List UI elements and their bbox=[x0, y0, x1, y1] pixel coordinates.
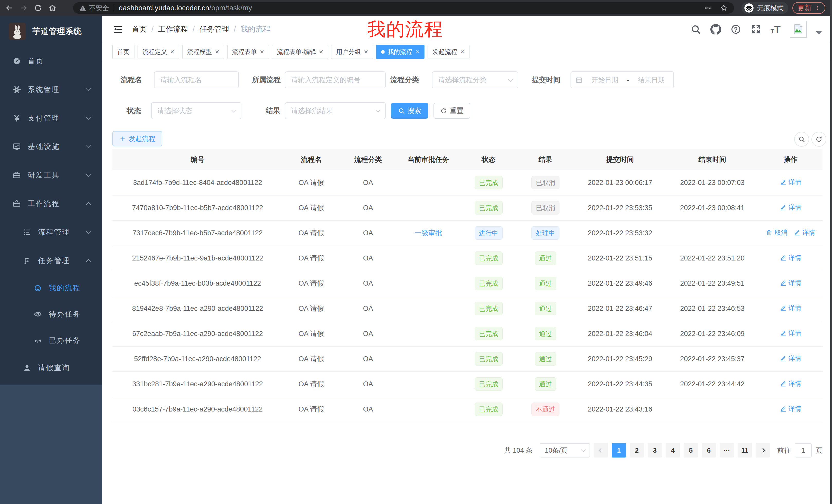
tab-process-model[interactable]: 流程模型× bbox=[182, 45, 224, 59]
cell-result: 处理中 bbox=[517, 220, 574, 246]
chevron-down-icon bbox=[86, 229, 91, 234]
row-action-detail[interactable]: 详情 bbox=[794, 228, 815, 237]
page-button-6[interactable]: 6 bbox=[702, 443, 716, 457]
breadcrumb-item-workflow[interactable]: 工作流程 bbox=[158, 24, 188, 34]
active-tab-dot bbox=[381, 50, 385, 54]
row-action-detail[interactable]: 详情 bbox=[780, 254, 801, 262]
row-action-detail[interactable]: 详情 bbox=[780, 354, 801, 363]
end-date-placeholder[interactable]: 结束日期 bbox=[633, 76, 670, 85]
page-button-2[interactable]: 2 bbox=[630, 443, 644, 457]
browser-forward-icon[interactable] bbox=[19, 3, 29, 13]
parent-process-input[interactable] bbox=[285, 72, 386, 88]
close-icon[interactable]: × bbox=[319, 48, 323, 55]
navbar-actions: TT bbox=[690, 16, 822, 43]
tab-process-form[interactable]: 流程表单× bbox=[227, 45, 269, 59]
avatar[interactable] bbox=[790, 21, 807, 38]
browser-menu-dots-icon[interactable] bbox=[814, 5, 820, 11]
status-badge: 已完成 bbox=[475, 302, 503, 315]
toggle-search-button[interactable] bbox=[794, 132, 809, 147]
sidebar-item-todo-task[interactable]: 待办任务 bbox=[0, 301, 102, 327]
start-process-button[interactable]: 发起流程 bbox=[112, 131, 162, 146]
row-action-detail[interactable]: 详情 bbox=[780, 203, 801, 212]
collapse-sidebar-icon[interactable] bbox=[112, 24, 124, 35]
close-icon[interactable]: × bbox=[460, 48, 464, 55]
refresh-table-button[interactable] bbox=[811, 132, 826, 147]
sidebar-item-process-management[interactable]: 流程管理 bbox=[0, 218, 102, 246]
status-badge: 已完成 bbox=[475, 377, 503, 391]
row-action-detail[interactable]: 详情 bbox=[780, 404, 801, 413]
tab-process-definition[interactable]: 流程定义× bbox=[137, 45, 179, 59]
page-prev-button[interactable] bbox=[594, 443, 608, 457]
page-button-3[interactable]: 3 bbox=[648, 443, 662, 457]
page-button-11[interactable]: 11 bbox=[738, 443, 752, 457]
sidebar-item-infrastructure[interactable]: 基础设施 bbox=[0, 132, 102, 161]
reset-button[interactable]: 重置 bbox=[434, 103, 470, 119]
total-count: 共 104 条 bbox=[504, 446, 532, 455]
tab-process-form-edit[interactable]: 流程表单-编辑× bbox=[272, 45, 328, 59]
page-button-5[interactable]: 5 bbox=[684, 443, 698, 457]
breadcrumb-item-task-management[interactable]: 任务管理 bbox=[199, 24, 229, 34]
sidebar-item-workflow[interactable]: 工作流程 bbox=[0, 189, 102, 218]
cell-status: 已完成 bbox=[460, 246, 517, 271]
row-action-cancel[interactable]: 取消 bbox=[766, 228, 787, 237]
row-action-detail[interactable]: 详情 bbox=[780, 178, 801, 187]
page-next-button[interactable] bbox=[756, 443, 770, 457]
top-navbar: 首页 / 工作流程 / 任务管理 / 我的流程 TT bbox=[102, 16, 832, 43]
bookmark-star-icon[interactable] bbox=[720, 4, 728, 12]
process-name-field[interactable] bbox=[160, 76, 233, 84]
sidebar-item-devtools[interactable]: 研发工具 bbox=[0, 161, 102, 189]
password-key-icon[interactable] bbox=[704, 4, 712, 12]
cell-id: ec45f38f-7b9a-11ec-b03b-acde48001122 bbox=[112, 271, 283, 296]
sidebar-item-task-management[interactable]: 任务管理 bbox=[0, 246, 102, 275]
help-icon[interactable] bbox=[730, 24, 741, 35]
result-badge: 通过 bbox=[535, 251, 556, 265]
goto-page-input[interactable] bbox=[795, 443, 812, 457]
close-icon[interactable]: × bbox=[215, 48, 219, 55]
cell-category: OA bbox=[340, 170, 396, 195]
page-size-select[interactable]: 10条/页 bbox=[540, 443, 590, 457]
sidebar-item-leave-query[interactable]: 请假查询 bbox=[0, 354, 102, 382]
address-bar[interactable]: 不安全 dashboard.yudao.iocoder.cn/bpm/task/… bbox=[73, 2, 734, 13]
browser-update-button[interactable]: 更新 bbox=[792, 2, 825, 14]
row-action-detail[interactable]: 详情 bbox=[780, 304, 801, 312]
search-icon[interactable] bbox=[690, 24, 701, 35]
page-ellipsis[interactable]: ··· bbox=[720, 443, 734, 457]
tab-home[interactable]: 首页 bbox=[112, 45, 134, 59]
sidebar-item-done-task[interactable]: 已办任务 bbox=[0, 327, 102, 354]
category-select[interactable]: 请选择流程分类 bbox=[432, 72, 518, 88]
start-date-placeholder[interactable]: 开始日期 bbox=[587, 76, 623, 85]
row-action-detail[interactable]: 详情 bbox=[780, 279, 801, 287]
cell-status: 已完成 bbox=[460, 321, 517, 346]
browser-back-icon[interactable] bbox=[4, 3, 15, 13]
tab-my-process[interactable]: 我的流程× bbox=[376, 45, 424, 59]
github-icon[interactable] bbox=[710, 24, 721, 35]
browser-reload-icon[interactable] bbox=[33, 3, 43, 13]
search-button[interactable]: 搜索 bbox=[391, 103, 428, 119]
status-select[interactable]: 请选择状态 bbox=[151, 102, 241, 119]
page-button-1[interactable]: 1 bbox=[612, 443, 626, 457]
result-select[interactable]: 请选择流结果 bbox=[285, 102, 386, 119]
sidebar-item-payment[interactable]: 支付管理 bbox=[0, 104, 102, 132]
submit-time-range-picker[interactable]: 开始日期 - 结束日期 bbox=[571, 72, 674, 88]
close-icon[interactable]: × bbox=[415, 48, 420, 55]
row-action-detail[interactable]: 详情 bbox=[780, 329, 801, 338]
sidebar-item-my-process[interactable]: 我的流程 bbox=[0, 275, 102, 301]
avatar-caret-down-icon[interactable] bbox=[816, 31, 822, 35]
fullscreen-icon[interactable] bbox=[751, 24, 761, 35]
close-icon[interactable]: × bbox=[260, 48, 264, 55]
breadcrumb-item-home[interactable]: 首页 bbox=[132, 24, 147, 34]
sidebar-item-home[interactable]: 首页 bbox=[0, 47, 102, 75]
current-task-link[interactable]: 一级审批 bbox=[414, 229, 442, 237]
browser-home-icon[interactable] bbox=[47, 3, 58, 13]
parent-process-field[interactable] bbox=[291, 76, 380, 84]
page-button-4[interactable]: 4 bbox=[666, 443, 680, 457]
browser-toolbar: 不安全 dashboard.yudao.iocoder.cn/bpm/task/… bbox=[0, 0, 832, 16]
close-icon[interactable]: × bbox=[364, 48, 368, 55]
tab-start-process[interactable]: 发起流程× bbox=[427, 45, 469, 59]
close-icon[interactable]: × bbox=[170, 48, 174, 55]
tab-user-group[interactable]: 用户分组× bbox=[331, 45, 373, 59]
process-name-input[interactable] bbox=[154, 72, 239, 88]
row-action-detail[interactable]: 详情 bbox=[780, 380, 801, 388]
font-size-icon[interactable]: TT bbox=[771, 24, 781, 34]
sidebar-item-system[interactable]: 系统管理 bbox=[0, 75, 102, 104]
